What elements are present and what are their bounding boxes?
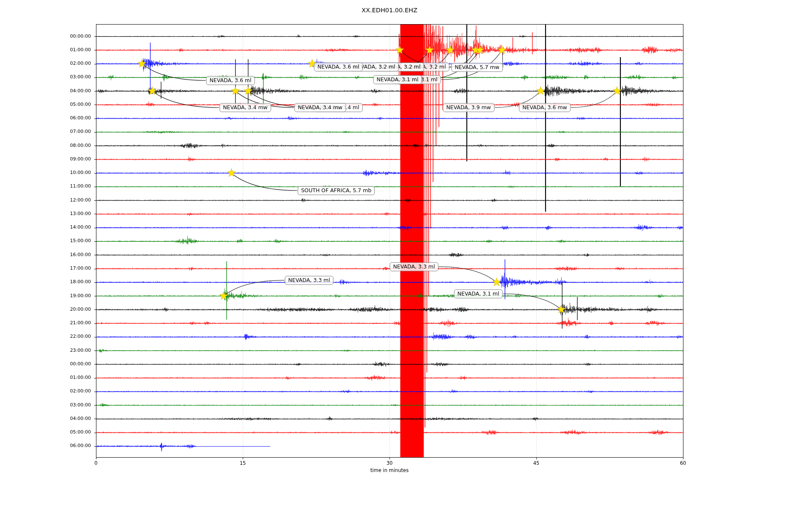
event-annotation: NEVADA, 3.6 ml	[206, 76, 255, 85]
y-tick-label: 00:00:00	[51, 361, 91, 367]
y-tick-label: 04:00:00	[51, 88, 91, 94]
y-tick-label: 04:00:00	[51, 416, 91, 421]
y-tick-label: 21:00:00	[51, 320, 91, 326]
y-tick-label: 05:00:00	[51, 102, 91, 107]
x-tick-label: 0	[83, 460, 109, 466]
event-annotation: NEVADA, 3.1 ml	[454, 290, 503, 298]
y-tick-label: 01:00:00	[51, 47, 91, 52]
x-tick-label: 45	[524, 460, 549, 466]
y-tick-label: 17:00:00	[51, 265, 91, 271]
event-annotation: NEVADA, 3.9 mw	[443, 103, 494, 112]
y-tick-label: 07:00:00	[51, 129, 91, 134]
y-tick-label: 09:00:00	[51, 156, 91, 162]
y-tick-label: 03:00:00	[51, 74, 91, 80]
y-tick-label: 01:00:00	[51, 375, 91, 380]
y-tick-label: 02:00:00	[51, 61, 91, 66]
y-tick-label: 14:00:00	[51, 224, 91, 230]
y-tick-label: 08:00:00	[51, 143, 91, 148]
y-tick-label: 18:00:00	[51, 279, 91, 284]
y-tick-label: 06:00:00	[51, 443, 91, 448]
y-tick-label: 22:00:00	[51, 334, 91, 339]
y-tick-label: 11:00:00	[51, 183, 91, 189]
event-annotation: NEVADA, 3.3 ml	[285, 276, 334, 285]
y-tick-label: 15:00:00	[51, 238, 91, 243]
y-tick-label: 03:00:00	[51, 402, 91, 408]
event-annotation: NEVADA, 3.1 ml	[373, 75, 422, 84]
y-tick-label: 20:00:00	[51, 306, 91, 312]
event-annotation: NEVADA, 3.4 mw	[219, 103, 271, 112]
y-tick-label: 12:00:00	[51, 197, 91, 203]
y-tick-label: 19:00:00	[51, 293, 91, 298]
y-tick-label: 23:00:00	[51, 348, 91, 353]
y-tick-label: 00:00:00	[51, 33, 91, 39]
x-tick-label: 15	[230, 460, 255, 466]
x-tick-label: 60	[670, 460, 696, 466]
x-axis-label: time in minutes	[263, 467, 516, 473]
event-annotation: NEVADA, 3.6 mw	[519, 103, 571, 112]
x-tick-label: 30	[377, 460, 402, 466]
y-tick-label: 02:00:00	[51, 388, 91, 394]
y-tick-label: 13:00:00	[51, 211, 91, 216]
y-tick-label: 05:00:00	[51, 429, 91, 435]
seismogram-figure: XX.EDH01.00.EHZ 00:00:0001:00:0002:00:00…	[0, 0, 812, 508]
y-tick-label: 10:00:00	[51, 170, 91, 175]
event-annotation: NEVADA, 3.6 ml	[314, 63, 363, 72]
event-annotation: SOUTH OF AFRICA, 5.7 mb	[298, 186, 375, 195]
event-annotation: NEVADA, 5.7 mw	[451, 63, 503, 72]
y-tick-label: 06:00:00	[51, 115, 91, 121]
event-annotation: NEVADA, 3.4 mw	[294, 103, 346, 112]
y-tick-label: 16:00:00	[51, 252, 91, 257]
event-annotation: NEVADA, 3.3 ml	[390, 262, 439, 271]
chart-title: XX.EDH01.00.EHZ	[263, 7, 516, 14]
